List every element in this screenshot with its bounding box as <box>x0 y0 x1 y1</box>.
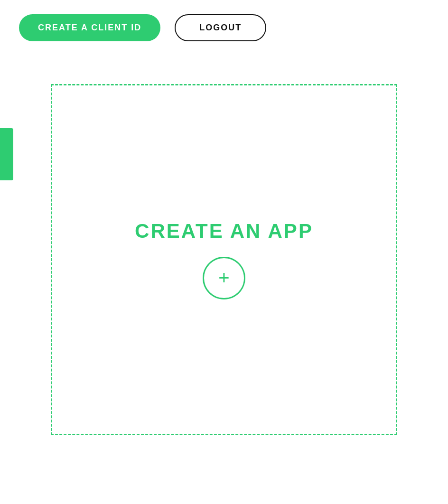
left-accent-bar <box>0 128 13 180</box>
plus-icon: + <box>218 268 229 287</box>
logout-button[interactable]: LOGOUT <box>175 14 266 41</box>
add-app-button[interactable]: + <box>203 257 245 299</box>
main-content: CREATE AN APP + <box>0 65 448 454</box>
create-client-button[interactable]: CREATE A CLIENT ID <box>19 14 160 41</box>
create-app-card[interactable]: CREATE AN APP + <box>51 84 397 435</box>
header: CREATE A CLIENT ID LOGOUT <box>0 0 448 56</box>
create-app-label: CREATE AN APP <box>135 220 313 243</box>
